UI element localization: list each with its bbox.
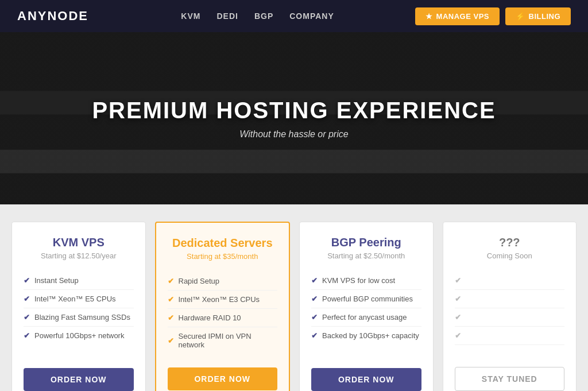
card-dedi-title: Dedicated Servers [168,237,278,250]
feature-text [466,295,468,303]
feature-text: Powerful 10Gbps+ network [34,331,124,340]
list-item: ✔Hardware RAID 10 [168,309,278,327]
list-item: ✔Instant Setup [24,272,134,290]
billing-icon: ⚡ [516,12,525,21]
star-icon: ★ [425,12,433,21]
hero-section: PREMIUM HOSTING EXPERIENCE Without the h… [0,32,588,204]
card-dedi-features: ✔Rapid Setup ✔Intel™ Xeon™ E3 CPUs ✔Hard… [168,272,278,354]
nav-dedi[interactable]: DEDI [216,11,238,21]
card-coming-soon: ??? Coming Soon ✔ ✔ ✔ ✔ STAY TUNED [443,222,577,391]
card-bgp-features: ✔KVM VPS for low cost ✔Powerful BGP comm… [311,272,421,354]
nav-buttons: ★ MANAGE VPS ⚡ BILLING [415,7,571,25]
feature-text: Powerful BGP communities [322,295,413,303]
check-icon: ✔ [24,313,30,322]
feature-text [466,331,468,340]
list-item: ✔Intel™ Xeon™ E3 CPUs [168,291,278,309]
check-icon: ✔ [24,295,30,303]
nav-kvm[interactable]: KVM [181,11,200,21]
check-icon: ✔ [311,313,318,322]
check-icon: ✔ [455,276,461,285]
list-item: ✔Backed by 10Gbps+ capacity [311,327,421,344]
card-bgp: BGP Peering Starting at $2.50/month ✔KVM… [299,222,434,391]
check-icon: ✔ [168,295,174,304]
nav-links: KVM DEDI BGP COMPANY [117,11,398,21]
hero-subtitle: Without the hassle or price [92,129,496,140]
logo: ANYNODE [17,9,88,24]
order-now-button-dedi[interactable]: ORDER NOW [168,367,278,390]
card-bgp-title: BGP Peering [311,236,421,249]
list-item: ✔Blazing Fast Samsung SSDs [24,308,134,327]
feature-text: Blazing Fast Samsung SSDs [34,313,130,322]
stay-tuned-button[interactable]: STAY TUNED [455,367,565,391]
feature-text: Backed by 10Gbps+ capacity [322,331,419,340]
check-icon: ✔ [168,277,174,285]
check-icon: ✔ [24,331,30,340]
hero-title: PREMIUM HOSTING EXPERIENCE [92,98,496,123]
feature-text: Rapid Setup [179,277,220,285]
card-kvm-vps: KVM VPS Starting at $12.50/year ✔Instant… [11,222,146,391]
feature-text: Intel™ Xeon™ E3 CPUs [179,295,260,304]
check-icon: ✔ [311,295,318,303]
card-dedi-subtitle: Starting at $35/month [168,252,278,261]
order-now-button-bgp[interactable]: ORDER NOW [311,368,421,391]
list-item: ✔ [455,327,565,345]
check-icon: ✔ [24,276,30,285]
feature-text: Hardware RAID 10 [179,313,241,322]
list-item: ✔ [455,272,565,290]
list-item: ✔KVM VPS for low cost [311,272,421,290]
card-soon-features: ✔ ✔ ✔ ✔ [455,272,565,353]
card-kvm-title: KVM VPS [24,236,134,249]
check-icon: ✔ [311,276,318,285]
billing-button[interactable]: ⚡ BILLING [505,7,571,25]
card-kvm-subtitle: Starting at $12.50/year [24,251,134,260]
feature-text [466,276,468,285]
list-item: ✔Powerful BGP communities [311,290,421,308]
feature-text: Instant Setup [34,276,79,285]
list-item: ✔Perfect for anycast usage [311,308,421,327]
check-icon: ✔ [455,295,461,303]
feature-text: Secured IPMI on VPN network [179,332,278,349]
nav-company[interactable]: COMPANY [289,11,334,21]
card-soon-subtitle: Coming Soon [455,251,565,260]
cards-section: KVM VPS Starting at $12.50/year ✔Instant… [0,204,588,391]
check-icon: ✔ [168,336,174,345]
navbar: ANYNODE KVM DEDI BGP COMPANY ★ MANAGE VP… [0,0,588,32]
list-item: ✔Intel™ Xeon™ E5 CPUs [24,290,134,308]
card-soon-title: ??? [455,236,565,249]
card-dedicated: Dedicated Servers Starting at $35/month … [155,222,291,391]
card-kvm-features: ✔Instant Setup ✔Intel™ Xeon™ E5 CPUs ✔Bl… [24,272,134,354]
list-item: ✔ [455,290,565,308]
billing-label: BILLING [529,12,561,21]
feature-text: KVM VPS for low cost [322,276,395,285]
order-now-button-kvm[interactable]: ORDER NOW [24,368,134,391]
list-item: ✔ [455,308,565,327]
card-bgp-subtitle: Starting at $2.50/month [311,251,421,260]
check-icon: ✔ [168,313,174,322]
check-icon: ✔ [455,331,461,340]
manage-vps-button[interactable]: ★ MANAGE VPS [415,7,500,25]
cards-container: KVM VPS Starting at $12.50/year ✔Instant… [11,222,577,391]
feature-text: Perfect for anycast usage [322,313,407,322]
check-icon: ✔ [311,331,318,340]
feature-text: Intel™ Xeon™ E5 CPUs [34,295,116,303]
list-item: ✔Secured IPMI on VPN network [168,327,278,354]
feature-text [466,313,468,322]
list-item: ✔Powerful 10Gbps+ network [24,327,134,344]
hero-content: PREMIUM HOSTING EXPERIENCE Without the h… [92,98,496,140]
check-icon: ✔ [455,313,461,322]
manage-vps-label: MANAGE VPS [436,12,489,21]
nav-bgp[interactable]: BGP [254,11,273,21]
list-item: ✔Rapid Setup [168,272,278,291]
